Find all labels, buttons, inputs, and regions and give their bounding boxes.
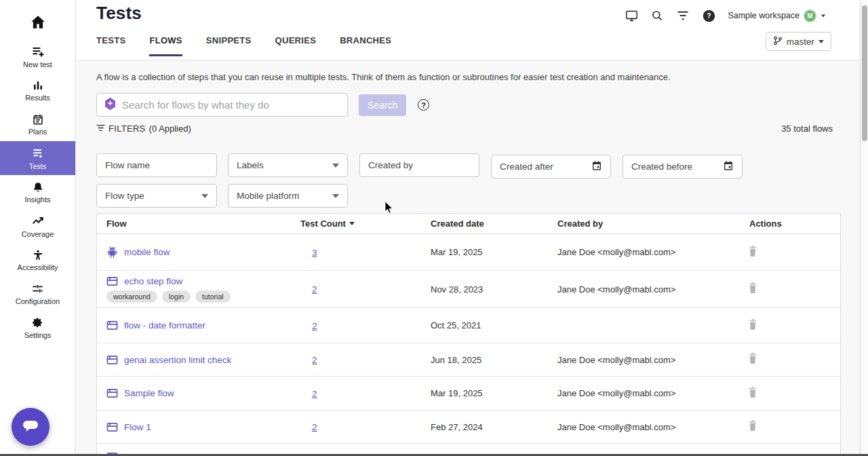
trending-up-icon — [31, 214, 45, 228]
sidebar-item-label: Tests — [29, 162, 47, 170]
sidebar-item-home[interactable] — [0, 0, 75, 39]
flow-name-input[interactable] — [105, 160, 208, 170]
delete-icon[interactable] — [748, 388, 757, 400]
plans-icon — [32, 113, 44, 126]
help-icon[interactable]: ? — [702, 9, 715, 22]
sidebar-item-results[interactable]: Results — [0, 73, 75, 107]
sidebar-item-label: New test — [23, 60, 52, 69]
flow-name-link[interactable]: mobile flow — [124, 247, 170, 257]
sidebar-item-insights[interactable]: Insights — [0, 175, 75, 209]
bell-icon — [32, 181, 44, 193]
column-header-test-count[interactable]: Test Count — [291, 218, 421, 229]
filter-created-before[interactable]: Created before — [623, 155, 743, 178]
delete-icon[interactable] — [748, 320, 757, 332]
test-count-link[interactable]: 3 — [312, 248, 317, 258]
branch-selector[interactable]: master — [766, 32, 831, 51]
sidebar-item-label: Plans — [28, 128, 47, 136]
filter-created-by[interactable] — [359, 153, 479, 177]
table-row: mobile flow 3 Mar 19, 2025 Jane Doe <mol… — [97, 234, 840, 271]
test-count-link[interactable]: 2 — [312, 422, 317, 432]
table-row: genai assertion limit check 2 Jun 18, 20… — [97, 343, 840, 377]
calendar-icon[interactable] — [591, 160, 602, 173]
delete-icon[interactable] — [748, 247, 757, 259]
flow-name-link[interactable]: echo step flow — [124, 276, 182, 286]
test-count-link[interactable]: 2 — [312, 389, 317, 399]
delete-icon[interactable] — [748, 284, 757, 295]
sidebar-item-settings[interactable]: Settings — [0, 311, 75, 345]
sidebar: New test Results Plans Tests Insights Co… — [0, 0, 76, 456]
table-row: echo step flow workaroundlogintutorial 2… — [97, 271, 840, 308]
workspace-selector[interactable]: Sample workspace M — [728, 10, 826, 22]
device-monitor-icon[interactable] — [625, 9, 638, 22]
workspace-name: Sample workspace — [728, 11, 800, 20]
new-test-icon — [31, 45, 45, 58]
flows-description: A flow is a collection of steps that you… — [96, 72, 671, 82]
created-date-cell: Mar 19, 2025 — [421, 388, 548, 398]
test-count-link[interactable]: 2 — [312, 355, 317, 365]
filter-icon[interactable] — [676, 9, 690, 22]
created-date-cell: Jun 18, 2025 — [421, 355, 548, 365]
filter-created-after[interactable]: Created after — [491, 155, 611, 178]
tab-flows[interactable]: FLOWS — [149, 35, 182, 56]
flow-labels: workaroundlogintutorial — [106, 290, 291, 303]
label-chip: workaround — [106, 290, 157, 303]
chevron-down-icon — [821, 14, 825, 17]
tab-tests[interactable]: TESTS — [96, 35, 125, 56]
filter-mobile-platform[interactable]: Mobile platform — [228, 184, 348, 208]
sidebar-item-label: Insights — [25, 195, 51, 204]
table-row: Flow 1 2 Feb 27, 2024 Jane Doe <molly@ma… — [97, 411, 840, 444]
chat-button[interactable] — [12, 408, 50, 446]
tab-snippets[interactable]: SNIPPETS — [206, 35, 252, 56]
table-header: Flow Test Count Created date Created by … — [97, 214, 840, 234]
calendar-icon[interactable] — [723, 160, 734, 173]
flow-name-link[interactable]: Sample flow — [124, 388, 174, 398]
ai-sparkle-icon — [104, 97, 117, 113]
filter-flow-name[interactable] — [96, 153, 217, 177]
column-header-created-date[interactable]: Created date — [421, 218, 548, 229]
ai-search-field[interactable] — [96, 93, 348, 117]
chevron-down-icon — [332, 194, 339, 198]
flow-name-link[interactable]: Flow 1 — [124, 422, 151, 432]
sidebar-item-label: Accessibility — [18, 263, 58, 271]
filter-flow-type[interactable]: Flow type — [96, 184, 217, 208]
test-count-link[interactable]: 2 — [312, 321, 317, 331]
created-date-cell: Feb 27, 2024 — [421, 422, 548, 432]
tab-bar: TESTS FLOWS SNIPPETS QUERIES BRANCHES — [96, 35, 391, 56]
flow-type-select-value: Flow type — [105, 191, 201, 201]
sidebar-item-configuration[interactable]: Configuration — [0, 277, 75, 311]
created-by-cell: Jane Doe <molly@mabl.com> — [548, 247, 740, 257]
test-count-link[interactable]: 2 — [312, 284, 317, 294]
flow-browser-icon — [106, 388, 118, 398]
flow-browser-icon — [106, 320, 118, 330]
filter-lines-icon — [96, 124, 105, 134]
sidebar-item-plans[interactable]: Plans — [0, 107, 75, 141]
column-header-flow[interactable]: Flow — [97, 218, 291, 229]
column-header-label: Test Count — [300, 218, 346, 229]
page-header: Tests ? Sample workspace M TESTS FLOWS — [77, 0, 860, 60]
search-icon[interactable] — [650, 9, 664, 22]
sidebar-item-new-test[interactable]: New test — [0, 39, 75, 73]
vertical-scrollbar[interactable] — [860, 0, 868, 456]
search-input[interactable] — [122, 99, 340, 111]
sidebar-item-coverage[interactable]: Coverage — [0, 209, 75, 243]
flow-name-link[interactable]: flow - date formatter — [124, 320, 205, 330]
delete-icon[interactable] — [748, 421, 757, 433]
sidebar-item-tests[interactable]: Tests — [0, 141, 75, 175]
filters-toggle[interactable]: FILTERS (0 Applied) — [96, 124, 191, 134]
delete-icon[interactable] — [748, 354, 757, 366]
table-row: Sample flow 2 Mar 19, 2025 Jane Doe <mol… — [97, 377, 840, 411]
tab-branches[interactable]: BRANCHES — [340, 35, 391, 56]
search-button[interactable]: Search — [359, 94, 406, 116]
created-by-input[interactable] — [368, 160, 471, 170]
results-icon — [32, 79, 44, 92]
column-header-created-by[interactable]: Created by — [548, 218, 740, 229]
sort-desc-icon — [349, 222, 355, 225]
sidebar-item-accessibility[interactable]: Accessibility — [0, 243, 75, 277]
search-help-icon[interactable]: ? — [418, 99, 429, 111]
total-flows-count: 35 total flows — [781, 124, 833, 134]
scrollbar-thumb[interactable] — [862, 5, 867, 141]
filter-labels[interactable]: Labels — [228, 153, 348, 177]
tab-queries[interactable]: QUERIES — [275, 35, 317, 56]
flow-browser-icon — [106, 422, 118, 432]
flow-name-link[interactable]: genai assertion limit check — [124, 355, 231, 365]
